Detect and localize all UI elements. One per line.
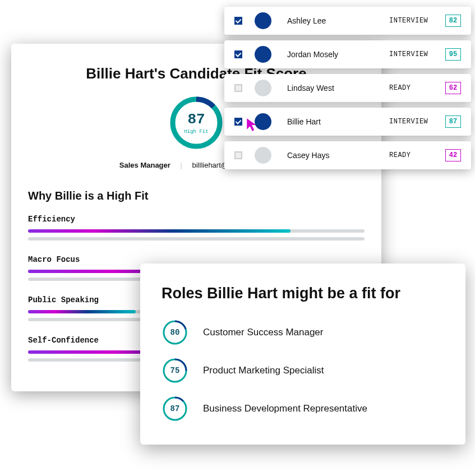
fit-score-label: High Fit xyxy=(184,129,208,135)
trait-row: Efficiency xyxy=(28,215,365,241)
role-score-value: 80 xyxy=(162,319,188,346)
role-score-value: 75 xyxy=(162,357,188,384)
why-heading: Why Billie is a High Fit xyxy=(28,190,365,202)
meta-separator: | xyxy=(180,161,182,169)
trait-bar-fill xyxy=(28,310,136,313)
avatar xyxy=(255,80,271,96)
role-name: Product Marketing Specialist xyxy=(203,365,324,376)
fit-score-value: 87 xyxy=(187,111,205,128)
candidate-row[interactable]: Billie HartINTERVIEW87 xyxy=(224,108,471,136)
candidate-row[interactable]: Jordan MoselyINTERVIEW95 xyxy=(224,40,471,68)
role-name: Customer Success Manager xyxy=(203,327,323,338)
avatar xyxy=(255,147,271,164)
candidate-score-badge: 62 xyxy=(445,82,461,94)
candidate-checkbox[interactable] xyxy=(234,17,242,25)
trait-bar-fill xyxy=(28,229,290,233)
candidate-status: READY xyxy=(389,151,445,159)
candidate-row[interactable]: Casey HaysREADY42 xyxy=(224,141,471,169)
candidate-checkbox[interactable] xyxy=(234,50,242,58)
role-score-ring: 80 xyxy=(162,319,188,346)
candidate-row[interactable]: Ashley LeeINTERVIEW82 xyxy=(224,7,471,35)
trait-bars xyxy=(28,229,365,241)
roles-card: Roles Billie Hart might be a fit for 80C… xyxy=(140,264,465,445)
role-score-ring: 87 xyxy=(162,395,188,422)
profile-role: Sales Manager xyxy=(119,161,170,169)
candidate-status: INTERVIEW xyxy=(389,50,445,58)
candidate-score-badge: 42 xyxy=(445,149,461,161)
candidate-status: INTERVIEW xyxy=(389,17,445,25)
role-name: Business Development Representative xyxy=(203,403,367,414)
candidate-score-badge: 95 xyxy=(445,48,461,61)
role-row[interactable]: 75Product Marketing Specialist xyxy=(162,357,444,384)
avatar xyxy=(255,46,271,63)
candidate-name: Billie Hart xyxy=(287,117,389,126)
candidate-list: Ashley LeeINTERVIEW82Jordan MoselyINTERV… xyxy=(224,7,471,175)
fit-score-badge: 87 High Fit xyxy=(168,95,224,151)
avatar xyxy=(255,12,271,29)
role-score-value: 87 xyxy=(162,395,188,422)
cursor-icon xyxy=(245,117,260,134)
trait-bar-bg xyxy=(28,229,365,233)
candidate-row[interactable]: Lindsay WestREADY62 xyxy=(224,74,471,102)
role-row[interactable]: 80Customer Success Manager xyxy=(162,319,444,346)
trait-label: Efficiency xyxy=(28,215,365,224)
candidate-checkbox[interactable] xyxy=(234,118,242,126)
candidate-status: READY xyxy=(389,84,445,92)
candidate-checkbox[interactable] xyxy=(234,84,242,92)
candidate-name: Ashley Lee xyxy=(287,16,389,25)
candidate-status: INTERVIEW xyxy=(389,118,445,126)
candidate-score-badge: 82 xyxy=(445,15,461,27)
candidate-name: Lindsay West xyxy=(287,84,389,93)
roles-title: Roles Billie Hart might be a fit for xyxy=(162,285,444,302)
candidate-checkbox[interactable] xyxy=(234,151,242,159)
candidate-name: Jordan Mosely xyxy=(287,50,389,59)
role-row[interactable]: 87Business Development Representative xyxy=(162,395,444,422)
candidate-score-badge: 87 xyxy=(445,115,461,128)
candidate-name: Casey Hays xyxy=(287,151,389,160)
role-score-ring: 75 xyxy=(162,357,188,384)
trait-bar-secondary xyxy=(28,237,365,241)
trait-label: Macro Focus xyxy=(28,255,365,264)
